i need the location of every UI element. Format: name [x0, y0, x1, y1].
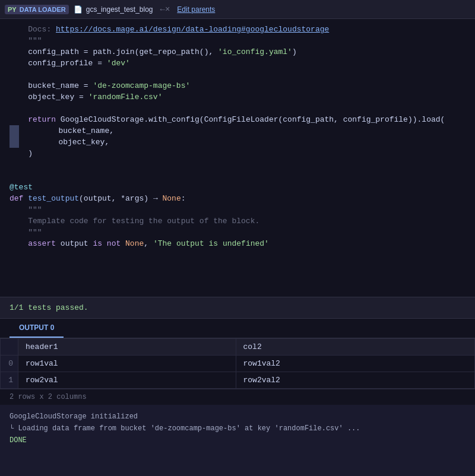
code-string: 'dev'	[107, 58, 130, 69]
code-keyword: return	[10, 114, 61, 125]
code-decorator: @test	[10, 182, 33, 193]
file-info: 📄 gcs_ingest_test_blog	[74, 5, 153, 14]
code-keyword: is not	[93, 238, 125, 249]
code-line: """	[0, 204, 475, 215]
test-result-bar: 1/1 tests passed.	[0, 297, 475, 319]
table-col-header-1: header1	[18, 339, 236, 356]
test-result-text: 1/1 tests passed.	[10, 303, 88, 312]
code-url: https://docs.mage.ai/design/data-loading…	[56, 24, 329, 35]
table-index-header	[1, 339, 18, 356]
badge-py: PY	[8, 6, 17, 13]
table-cell-0-1: row1val	[18, 356, 236, 372]
top-bar: PY DATA LOADER 📄 gcs_ingest_test_blog ←×…	[0, 0, 475, 19]
code-arrow: →	[153, 193, 163, 204]
code-line: Template code for testing the output of …	[0, 215, 475, 227]
table-row-index-1: 1	[1, 372, 18, 389]
badge-py-dataloader: PY DATA LOADER	[5, 5, 69, 14]
table-cell-1-1: row2val	[18, 372, 236, 389]
output-header-wrap: OUTPUT 0	[0, 319, 475, 338]
code-text: (output, *args)	[79, 193, 153, 204]
table-row: 0 row1val row1val2	[1, 356, 475, 372]
table-header-row: header1 col2	[1, 339, 475, 356]
code-none: None	[162, 193, 180, 204]
code-text: object_key,	[21, 137, 109, 148]
code-line: @test	[0, 182, 475, 193]
code-text: )	[292, 46, 297, 58]
filename: gcs_ingest_test_blog	[86, 5, 153, 14]
code-assert: assert	[10, 238, 61, 249]
code-string: 'randomFile.csv'	[88, 91, 163, 103]
code-keyword: def	[10, 193, 28, 204]
log-line: └ Loading data frame from bucket 'de-zoo…	[10, 423, 466, 434]
code-line	[0, 159, 475, 170]
log-line: DONE	[10, 434, 466, 446]
table-row-index-0: 0	[1, 356, 18, 372]
edit-parents-link[interactable]: Edit parents	[177, 5, 215, 14]
code-line	[0, 69, 475, 80]
code-line: """	[0, 227, 475, 238]
file-icon: 📄	[74, 5, 83, 14]
code-line: Docs: https://docs.mage.ai/design/data-l…	[0, 24, 475, 35]
code-line: def test_output(output, *args) → None:	[0, 193, 475, 204]
code-text: config_path = path.join(get_repo_path(),	[10, 46, 218, 58]
code-line: )	[0, 148, 475, 159]
badge-type: DATA LOADER	[20, 6, 66, 13]
table-cell-0-2: row1val2	[236, 356, 474, 372]
table-row: 1 row2val row2val2	[1, 372, 475, 389]
separator-arrow: ←×	[160, 5, 170, 14]
code-line: config_profile = 'dev'	[0, 58, 475, 69]
code-comment: Docs:	[10, 24, 56, 35]
table-cell-1-2: row2val2	[236, 372, 474, 389]
code-editor[interactable]: Docs: https://docs.mage.ai/design/data-l…	[0, 19, 475, 297]
code-line: object_key = 'randomFile.csv'	[0, 91, 475, 103]
code-line	[0, 103, 475, 114]
output-header: OUTPUT 0	[10, 319, 64, 338]
code-line: """	[0, 35, 475, 46]
code-comment: Template code for testing the output of …	[10, 215, 259, 227]
code-line: assert output is not None, 'The output i…	[0, 238, 475, 249]
log-text-1: GoogleCloudStorage initialized	[10, 412, 138, 421]
code-line: bucket_name,	[0, 125, 475, 137]
code-string: 'de-zoomcamp-mage-bs'	[93, 80, 190, 91]
code-string: 'The output is undefined'	[153, 238, 269, 249]
code-text: GoogleCloudStorage.with_config(ConfigFil…	[61, 114, 445, 125]
code-text: bucket_name =	[10, 80, 93, 91]
code-text: object_key =	[10, 91, 88, 103]
output-table: header1 col2 0 row1val row1val2 1 row2va…	[0, 338, 475, 389]
code-line: object_key,	[0, 137, 475, 148]
code-text: )	[10, 148, 33, 159]
code-none: None	[125, 238, 144, 249]
log-text-2: └ Loading data frame from bucket 'de-zoo…	[10, 424, 360, 433]
code-text: bucket_name,	[21, 125, 114, 137]
code-text: output	[61, 238, 93, 249]
code-text: ,	[144, 238, 153, 249]
table-col-header-2: col2	[236, 339, 474, 356]
log-done: DONE	[10, 436, 27, 445]
code-function: test_output	[28, 193, 79, 204]
code-comment: """	[10, 35, 42, 46]
code-line: bucket_name = 'de-zoomcamp-mage-bs'	[0, 80, 475, 91]
code-text: config_profile =	[10, 58, 107, 69]
code-line: return GoogleCloudStorage.with_config(Co…	[0, 114, 475, 125]
log-section: GoogleCloudStorage initialized └ Loading…	[0, 405, 475, 452]
code-comment: """	[10, 227, 42, 238]
log-line: GoogleCloudStorage initialized	[10, 411, 466, 423]
rows-info: 2 rows x 2 columns	[0, 389, 475, 405]
code-string: 'io_config.yaml'	[218, 46, 292, 58]
code-line	[0, 170, 475, 182]
code-comment: """	[10, 204, 42, 215]
output-section: OUTPUT 0 header1 col2 0 row1val row1val2…	[0, 319, 475, 405]
code-text: :	[181, 193, 186, 204]
code-line: config_path = path.join(get_repo_path(),…	[0, 46, 475, 58]
